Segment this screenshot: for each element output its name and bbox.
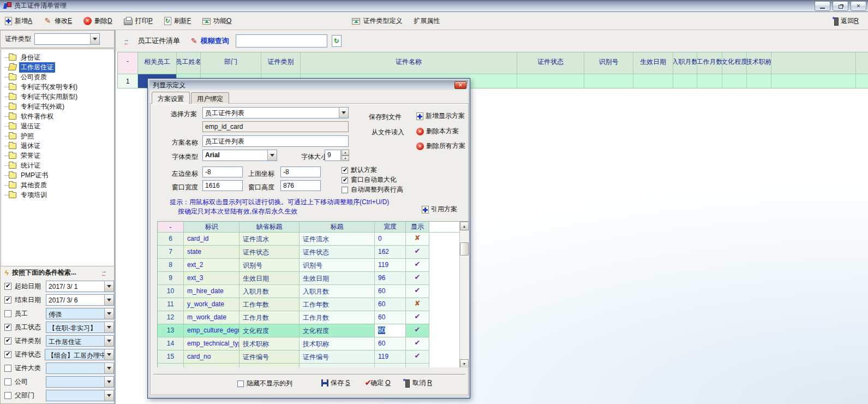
toolbar-button[interactable]: 功能O (201, 15, 233, 27)
filter-combo[interactable]: 【组合】工居办理中 (45, 349, 114, 360)
tree-item[interactable]: 软件著作权 (1, 111, 114, 121)
dropdown-arrow-icon[interactable] (104, 377, 113, 387)
tree-item[interactable]: 荣誉证 (1, 151, 114, 161)
dropdown-arrow-icon[interactable] (104, 349, 113, 360)
scheme-combo[interactable]: 员工证件列表 (202, 107, 349, 118)
column-def-row[interactable]: 15 card_no 证件编号 证件编号 119 (158, 350, 460, 364)
dropdown-arrow-icon[interactable] (104, 295, 113, 305)
filter-checkbox[interactable] (4, 392, 11, 399)
grid-scrollbar[interactable]: ▲ ▼ (459, 222, 469, 367)
left-coord-input[interactable]: -8 (202, 167, 243, 177)
filter-combo[interactable]: 2017/ 3/ 1 (46, 281, 114, 292)
tab-scheme-settings[interactable]: 方案设置 (152, 92, 190, 104)
return-button[interactable]: 返回R (831, 15, 860, 27)
column-def-row[interactable]: 12 m_work_date 工作月数 工作月数 60 (158, 311, 460, 324)
tree-item[interactable]: 护照 (1, 131, 114, 141)
filter-combo[interactable]: 工作居住证 (46, 335, 114, 347)
ok-button[interactable]: 确定 O (361, 378, 391, 388)
visible-mark-cell[interactable] (406, 311, 429, 324)
width-cell[interactable]: 96 (375, 272, 406, 285)
swap-icon[interactable] (123, 38, 132, 45)
refresh-search-button[interactable]: ↻ (332, 35, 342, 47)
width-cell[interactable]: 60 (375, 298, 406, 311)
add-scheme-button[interactable]: 新增显示方案 (416, 111, 465, 121)
top-coord-input[interactable]: -8 (280, 167, 321, 177)
default-scheme-checkbox[interactable] (342, 167, 348, 174)
filter-checkbox[interactable] (4, 378, 11, 385)
tree-item[interactable]: 其他资质 (1, 180, 114, 190)
width-cell[interactable]: 60 (375, 285, 406, 298)
auto-row-height-checkbox[interactable] (342, 187, 348, 193)
scheme-name-input[interactable]: 员工证件列表 (202, 135, 349, 147)
visible-mark-cell[interactable] (406, 272, 429, 285)
filter-checkbox[interactable] (4, 283, 11, 290)
dialog-close-button[interactable]: ✕ (454, 81, 466, 89)
filter-combo[interactable]: 傅强 (46, 308, 114, 319)
font-type-combo[interactable]: Arial (202, 150, 277, 161)
tree-item[interactable]: 专项培训 (1, 190, 114, 200)
visible-mark-cell[interactable] (406, 259, 429, 272)
restore-button[interactable] (833, 1, 848, 11)
visible-mark-cell[interactable] (406, 324, 429, 337)
swap-icon[interactable] (101, 269, 110, 276)
filter-combo[interactable] (46, 376, 114, 388)
tree-item[interactable]: 统计证 (1, 161, 114, 170)
visible-mark-cell[interactable] (406, 246, 429, 259)
toolbar-button[interactable]: 修改E (42, 15, 74, 27)
grid-cell[interactable] (517, 74, 584, 88)
column-def-row[interactable]: 11 y_work_date 工作年数 工作年数 60 (158, 298, 460, 311)
tree-item[interactable]: 退休证 (1, 141, 114, 151)
read-from-file-button[interactable]: 从文件读入 (372, 128, 404, 137)
toolbar-button[interactable]: 证件类型定义 (350, 15, 404, 27)
filter-combo[interactable] (46, 390, 114, 401)
visible-mark-cell[interactable] (406, 337, 429, 350)
dropdown-arrow-icon[interactable] (104, 308, 113, 319)
tree-item[interactable]: 专利证书(发明专利) (1, 82, 114, 92)
visible-mark-cell[interactable] (406, 298, 429, 311)
filter-combo[interactable]: 【在职-非实习】 (46, 322, 114, 333)
column-def-row[interactable]: 7 state 证件状态 证件状态 162 (158, 246, 460, 259)
width-cell[interactable]: 60 (375, 311, 406, 324)
close-button[interactable]: ✕ (851, 1, 866, 11)
tree-item[interactable]: 公司资质 (1, 72, 114, 82)
width-cell[interactable]: 60 (375, 337, 406, 350)
width-cell[interactable]: 162 (375, 246, 406, 259)
dropdown-arrow-icon[interactable] (339, 108, 348, 118)
scroll-up-button[interactable]: ▲ (460, 222, 469, 230)
width-cell[interactable]: 0 (375, 233, 406, 246)
reference-scheme-button[interactable]: 引用方案 (422, 205, 457, 214)
filter-checkbox[interactable] (4, 296, 11, 304)
tree-item[interactable]: PMP证书 (1, 170, 114, 180)
column-def-row[interactable]: 13 emp_culture_degr 文化程度 文化程度 60 (158, 324, 460, 337)
grid-cell[interactable] (747, 74, 771, 88)
toolbar-button[interactable]: 打印P (122, 15, 154, 27)
grid-cell[interactable] (584, 74, 633, 88)
window-width-input[interactable]: 1616 (202, 180, 243, 191)
spinner-up-button[interactable]: ▲ (342, 150, 349, 156)
hide-columns-checkbox[interactable] (237, 381, 244, 387)
tree-item[interactable]: 专利证书(实用新型) (1, 92, 114, 102)
scrollbar-thumb[interactable] (460, 242, 469, 256)
width-cell[interactable]: 119 (375, 259, 406, 272)
grid-cell[interactable] (673, 74, 697, 88)
save-to-file-button[interactable]: 保存到文件 (369, 112, 402, 122)
dropdown-arrow-icon[interactable] (104, 281, 113, 292)
filter-checkbox[interactable] (4, 365, 11, 372)
grid-cell[interactable] (722, 74, 747, 88)
tree-item[interactable]: 工作居住证 (1, 62, 114, 72)
width-cell[interactable]: 119 (375, 350, 406, 364)
filter-checkbox[interactable] (4, 351, 11, 358)
toolbar-button[interactable]: 新增A (3, 15, 34, 27)
tree-item[interactable]: 身份证 (1, 52, 114, 62)
filter-combo[interactable] (46, 363, 114, 374)
tab-user-binding[interactable]: 用户绑定 (191, 92, 229, 104)
dropdown-arrow-icon[interactable] (90, 34, 99, 44)
font-size-input[interactable]: 9 (325, 150, 341, 161)
window-height-input[interactable]: 876 (280, 180, 321, 191)
visible-mark-cell[interactable] (406, 233, 429, 246)
minimize-button[interactable] (815, 1, 830, 11)
column-def-row[interactable]: 9 ext_3 生效日期 生效日期 96 (158, 272, 460, 285)
visible-mark-cell[interactable] (406, 350, 429, 364)
dropdown-arrow-icon[interactable] (104, 390, 113, 401)
dropdown-arrow-icon[interactable] (104, 322, 113, 332)
